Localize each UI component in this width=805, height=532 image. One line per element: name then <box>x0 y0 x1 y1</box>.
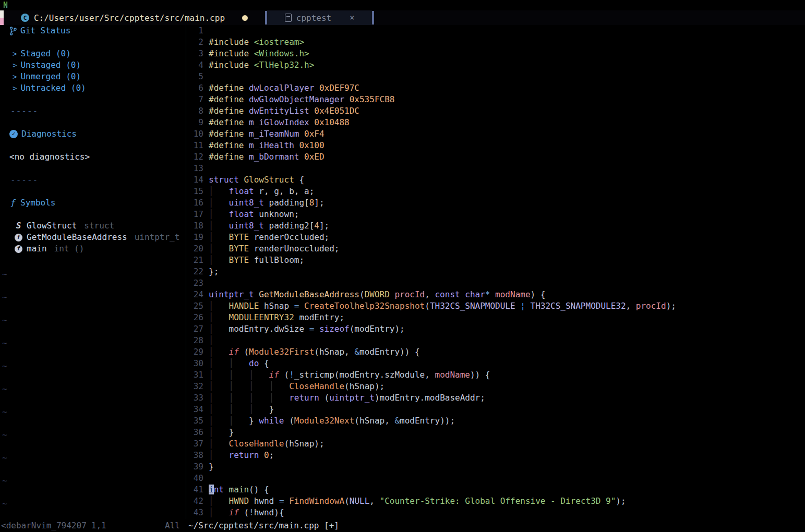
line-number: 7 <box>186 94 209 105</box>
chevron-right-icon: > <box>13 82 17 94</box>
chevron-right-icon: > <box>13 48 17 59</box>
line-number: 25 <box>186 300 209 312</box>
code-text: struct GlowStruct { <box>209 174 304 186</box>
symbol-kind: struct <box>84 220 114 232</box>
code-line[interactable]: 30│ │ do { <box>186 358 805 369</box>
code-editor[interactable]: 12#include <iostream>3#include <Windows.… <box>186 25 805 519</box>
code-line[interactable]: 6#define dwLocalPlayer 0xDEF97C <box>186 82 805 94</box>
code-line[interactable]: 35│ │ } while (Module32Next(hSnap, &modE… <box>186 415 805 427</box>
modified-dot-icon <box>242 15 248 21</box>
code-line[interactable]: 31│ │ │ if (!_stricmp(modEntry.szModule,… <box>186 369 805 381</box>
code-line[interactable]: 22}; <box>186 266 805 277</box>
code-text: uintptr_t GetModuleBaseAddress(DWORD pro… <box>209 289 545 300</box>
code-line[interactable]: 37│ CloseHandle(hSnap); <box>186 438 805 450</box>
function-icon: f <box>15 245 22 253</box>
code-line[interactable]: 15│ float r, g, b, a; <box>186 186 805 197</box>
code-line[interactable]: 25│ HANDLE hSnap = CreateToolhelp32Snaps… <box>186 300 805 312</box>
code-line[interactable]: 28│ <box>186 335 805 346</box>
code-text: #define m_bDormant 0xED <box>209 151 325 163</box>
code-line[interactable]: 9#define m_iGlowIndex 0x10488 <box>186 117 805 128</box>
code-text: #include <iostream> <box>209 37 304 48</box>
tab-cpptest[interactable]: cpptest × <box>267 10 372 25</box>
code-text: │ HWND hwnd = FindWindowA(NULL, "Counter… <box>209 495 626 507</box>
code-line[interactable]: 11#define m_iHealth 0x100 <box>186 140 805 151</box>
code-text: #define m_iTeamNum 0xF4 <box>209 128 325 140</box>
close-icon[interactable]: × <box>350 13 354 22</box>
code-line[interactable]: 36│ } <box>186 427 805 438</box>
code-text: │ if (Module32First(hSnap, &modEntry)) { <box>209 346 420 358</box>
git-item-untracked[interactable]: > Untracked (0) <box>0 82 186 94</box>
code-line[interactable]: 29│ if (Module32First(hSnap, &modEntry))… <box>186 346 805 358</box>
line-number: 27 <box>186 323 209 335</box>
code-line[interactable]: 21│ BYTE fullBloom; <box>186 255 805 266</box>
line-number: 22 <box>186 266 209 277</box>
line-number: 34 <box>186 404 209 415</box>
code-line[interactable]: 4#include <TlHelp32.h> <box>186 59 805 71</box>
code-line[interactable]: 7#define dwGlowObjectManager 0x535FCB8 <box>186 94 805 105</box>
code-line[interactable]: 39} <box>186 461 805 473</box>
code-line[interactable]: 43│ if (!hwnd){ <box>186 507 805 518</box>
code-text: │ uint8_t padding2[4]; <box>209 220 329 232</box>
code-line[interactable]: 3#include <Windows.h> <box>186 48 805 59</box>
code-line[interactable]: 16│ uint8_t padding[8]; <box>186 197 805 209</box>
line-number: 18 <box>186 220 209 232</box>
code-text: │ MODULEENTRY32 modEntry; <box>209 312 344 323</box>
code-line[interactable]: 33│ │ │ │ return (uintptr_t)modEntry.mod… <box>186 392 805 404</box>
line-number: 32 <box>186 381 209 392</box>
code-line[interactable]: 32│ │ │ │ CloseHandle(hSnap); <box>186 381 805 392</box>
line-number: 8 <box>186 105 209 117</box>
sidebar: Git Status > Staged (0) > Unstaged (0) >… <box>0 25 186 519</box>
symbol-item-main[interactable]: f main int () <box>0 243 186 255</box>
code-line[interactable]: 26│ MODULEENTRY32 modEntry; <box>186 312 805 323</box>
code-line[interactable]: 10#define m_iTeamNum 0xF4 <box>186 128 805 140</box>
code-line[interactable]: 5 <box>186 71 805 82</box>
cpp-file-icon: C <box>21 14 29 22</box>
code-line[interactable]: 34│ │ │ } <box>186 404 805 415</box>
code-line[interactable]: 18│ uint8_t padding2[4]; <box>186 220 805 232</box>
code-text: │ │ │ } <box>209 404 274 415</box>
line-number: 26 <box>186 312 209 323</box>
code-line[interactable]: 27│ modEntry.dwSize = sizeof(modEntry); <box>186 323 805 335</box>
code-line[interactable]: 24uintptr_t GetModuleBaseAddress(DWORD p… <box>186 289 805 300</box>
code-line[interactable]: 19│ BYTE renderOccluded; <box>186 232 805 243</box>
code-line[interactable]: 13 <box>186 163 805 174</box>
code-line[interactable]: 42│ HWND hwnd = FindWindowA(NULL, "Count… <box>186 495 805 507</box>
code-line[interactable]: 14struct GlowStruct { <box>186 174 805 186</box>
chevron-right-icon: > <box>13 59 17 71</box>
no-diagnostics-text: <no diagnostics> <box>0 151 186 163</box>
symbol-kind: int () <box>54 243 85 255</box>
code-text: │ │ do { <box>209 358 269 369</box>
code-line[interactable]: 23 <box>186 277 805 289</box>
git-item-label: Staged (0) <box>20 48 70 59</box>
code-text: }; <box>209 266 219 277</box>
code-text: #define m_iHealth 0x100 <box>209 140 325 151</box>
symbol-name: GetModuleBaseAddress <box>27 232 127 243</box>
code-text: │ │ │ │ CloseHandle(hSnap); <box>209 381 385 392</box>
line-number: 3 <box>186 48 209 59</box>
symbol-item-glowstruct[interactable]: S GlowStruct struct <box>0 220 186 232</box>
code-line[interactable]: 1 <box>186 25 805 37</box>
code-line[interactable]: 40 <box>186 473 805 484</box>
sidebar-statusline: <debarNvim_794207 1,1 All <box>0 521 186 530</box>
line-number: 9 <box>186 117 209 128</box>
code-text: #include <Windows.h> <box>209 48 309 59</box>
tab-file-path: C:/Users/user/Src/cpptest/src/main.cpp <box>34 13 225 23</box>
code-line[interactable]: 38│ return 0; <box>186 450 805 461</box>
line-number: 6 <box>186 82 209 94</box>
code-line[interactable]: 41int main() { <box>186 484 805 495</box>
code-line[interactable]: 20│ BYTE renderUnoccluded; <box>186 243 805 255</box>
code-line[interactable]: 8#define dwEntityList 0x4E051DC <box>186 105 805 117</box>
code-line[interactable]: 2#include <iostream> <box>186 37 805 48</box>
line-number: 42 <box>186 495 209 507</box>
line-number: 41 <box>186 484 209 495</box>
line-number: 16 <box>186 197 209 209</box>
git-item-unstaged[interactable]: > Unstaged (0) <box>0 59 186 71</box>
line-number: 43 <box>186 507 209 518</box>
git-item-staged[interactable]: > Staged (0) <box>0 48 186 59</box>
tab-main-cpp[interactable]: C C:/Users/user/Src/cpptest/src/main.cpp <box>4 10 265 25</box>
symbol-item-getmodulebaseaddress[interactable]: f GetModuleBaseAddress uintptr_t <box>0 232 186 243</box>
diagnostics-label: Diagnostics <box>21 128 77 140</box>
code-line[interactable]: 17│ float unknown; <box>186 209 805 220</box>
git-item-unmerged[interactable]: > Unmerged (0) <box>0 71 186 82</box>
code-line[interactable]: 12#define m_bDormant 0xED <box>186 151 805 163</box>
